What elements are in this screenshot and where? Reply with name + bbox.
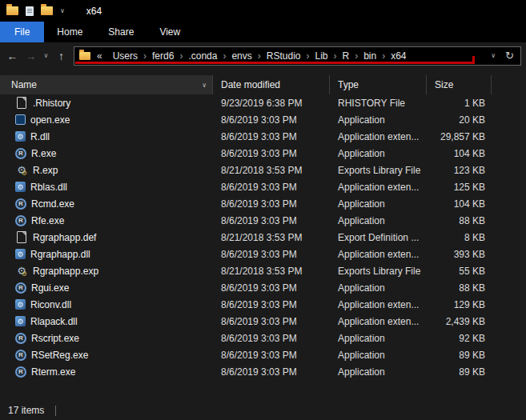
file-row[interactable]: Rgui.exe 8/6/2019 3:03 PM Application 88…: [0, 279, 526, 296]
file-name: R.exe: [31, 148, 56, 159]
r-logo-icon: [15, 350, 26, 361]
chevron-down-icon[interactable]: ∨: [202, 82, 207, 89]
status-bar: 17 items: [0, 401, 526, 420]
file-row[interactable]: open.exe 8/6/2019 3:03 PM Application 20…: [0, 111, 526, 128]
dll-icon: [15, 299, 26, 310]
file-size: 129 KB: [427, 296, 492, 313]
column-header-date-modified[interactable]: Date modified: [213, 75, 330, 94]
file-date-modified: 9/23/2019 6:38 PM: [213, 94, 330, 111]
file-row[interactable]: Rgraphapp.dll 8/6/2019 3:03 PM Applicati…: [0, 246, 526, 262]
new-folder-icon[interactable]: [41, 6, 53, 15]
breadcrumb-segment[interactable]: envs: [226, 50, 257, 62]
r-logo-icon: [15, 366, 26, 378]
item-count: 17 items: [8, 405, 44, 416]
column-header-type[interactable]: Type: [330, 75, 427, 94]
file-name: Rterm.exe: [31, 366, 75, 378]
breadcrumb-segment[interactable]: bin: [358, 50, 382, 62]
breadcrumb-segment[interactable]: x64: [385, 50, 412, 62]
file-name: Rblas.dll: [30, 182, 67, 193]
breadcrumb-overflow-icon[interactable]: «: [97, 50, 102, 62]
file-row[interactable]: Rgraphapp.def 8/21/2018 3:53 PM Export D…: [0, 229, 526, 246]
console-icon: [15, 114, 26, 125]
tab-share[interactable]: Share: [95, 22, 147, 42]
qat-dropdown-icon[interactable]: ∨: [60, 8, 65, 14]
file-name-cell: Rscript.exe: [0, 330, 213, 346]
tab-file[interactable]: File: [0, 22, 44, 42]
breadcrumb-segment[interactable]: .conda: [183, 50, 223, 62]
file-name-cell: Rblas.dll: [0, 178, 213, 195]
annotation-red-underline: [75, 62, 475, 64]
file-row[interactable]: RSetReg.exe 8/6/2019 3:03 PM Application…: [0, 346, 526, 363]
file-type: Exports Library File: [330, 162, 427, 178]
file-row[interactable]: Rblas.dll 8/6/2019 3:03 PM Application e…: [0, 178, 526, 195]
ribbon-tab-bar: File Home Share View: [0, 22, 526, 42]
window-title: x64: [86, 6, 102, 17]
file-name: Rcmd.exe: [31, 198, 74, 210]
file-row[interactable]: R.exp 8/21/2018 3:53 PM Exports Library …: [0, 162, 526, 178]
file-row[interactable]: Rfe.exe 8/6/2019 3:03 PM Application 88 …: [0, 212, 526, 229]
file-date-modified: 8/6/2019 3:03 PM: [213, 145, 330, 162]
file-name: open.exe: [30, 114, 70, 126]
gears-icon: [15, 164, 28, 177]
file-row[interactable]: Rterm.exe 8/6/2019 3:03 PM Application 8…: [0, 363, 526, 380]
recent-locations-icon[interactable]: ∨: [40, 47, 52, 65]
file-date-modified: 8/6/2019 3:03 PM: [213, 111, 330, 128]
column-header-size[interactable]: Size: [427, 75, 492, 94]
forward-icon[interactable]: →: [22, 47, 40, 65]
file-row[interactable]: .Rhistory 9/23/2019 6:38 PM RHISTORY Fil…: [0, 94, 526, 111]
tab-home[interactable]: Home: [44, 22, 95, 42]
file-date-modified: 8/21/2018 3:53 PM: [213, 162, 330, 178]
gears-icon: [15, 265, 28, 278]
file-name-cell: Rgraphapp.def: [0, 229, 213, 246]
titlebar: ∨ x64: [0, 0, 526, 22]
file-date-modified: 8/6/2019 3:03 PM: [213, 279, 330, 296]
file-name-cell: Rcmd.exe: [0, 195, 213, 212]
r-logo-icon: [15, 148, 26, 159]
file-date-modified: 8/6/2019 3:03 PM: [213, 296, 330, 313]
address-dropdown-icon[interactable]: ∨: [484, 52, 502, 59]
file-name: Rgraphapp.exp: [33, 266, 98, 277]
document-icon: [15, 231, 28, 244]
address-bar[interactable]: « Users›ferd6›.conda›envs›RStudio›Lib›R›…: [74, 46, 521, 66]
column-label-name: Name: [11, 79, 37, 90]
file-row[interactable]: Rcmd.exe 8/6/2019 3:03 PM Application 10…: [0, 195, 526, 212]
back-icon[interactable]: ←: [3, 47, 22, 65]
breadcrumb-segment[interactable]: ferd6: [147, 50, 179, 62]
breadcrumb-segment[interactable]: RStudio: [261, 50, 307, 62]
file-date-modified: 8/6/2019 3:03 PM: [213, 178, 330, 195]
file-name: R.exp: [33, 165, 58, 176]
file-name: .Rhistory: [33, 98, 70, 109]
file-date-modified: 8/6/2019 3:03 PM: [213, 330, 330, 346]
breadcrumb-segment[interactable]: R: [337, 50, 355, 62]
file-row[interactable]: Rscript.exe 8/6/2019 3:03 PM Application…: [0, 330, 526, 346]
file-size: 2,439 KB: [427, 313, 492, 330]
breadcrumb-segment[interactable]: Users: [107, 50, 143, 62]
file-name-cell: .Rhistory: [0, 94, 213, 111]
dll-icon: [15, 131, 26, 142]
file-row[interactable]: Rlapack.dll 8/6/2019 3:03 PM Application…: [0, 313, 526, 330]
file-size: 89 KB: [427, 346, 492, 363]
file-type: Exports Library File: [330, 262, 427, 279]
file-name-cell: Rlapack.dll: [0, 313, 213, 330]
column-header-name[interactable]: Name ∨: [0, 75, 213, 94]
file-type: Application exten...: [330, 128, 427, 145]
file-date-modified: 8/6/2019 3:03 PM: [213, 346, 330, 363]
file-name-cell: R.dll: [0, 128, 213, 145]
file-type: Application exten...: [330, 313, 427, 330]
file-row[interactable]: Rgraphapp.exp 8/21/2018 3:53 PM Exports …: [0, 262, 526, 279]
tab-view[interactable]: View: [147, 22, 193, 42]
file-name: Riconv.dll: [30, 299, 71, 310]
file-row[interactable]: R.dll 8/6/2019 3:03 PM Application exten…: [0, 128, 526, 145]
column-label-date-modified: Date modified: [221, 79, 280, 90]
refresh-icon[interactable]: ↻: [502, 50, 517, 62]
file-name: Rgraphapp.def: [33, 232, 96, 243]
r-logo-icon: [15, 333, 26, 344]
file-row[interactable]: Riconv.dll 8/6/2019 3:03 PM Application …: [0, 296, 526, 313]
file-name: Rgraphapp.dll: [30, 249, 90, 260]
file-row[interactable]: R.exe 8/6/2019 3:03 PM Application 104 K…: [0, 145, 526, 162]
file-name-cell: R.exe: [0, 145, 213, 162]
breadcrumb-segment[interactable]: Lib: [309, 50, 333, 62]
file-name: R.dll: [30, 131, 50, 142]
up-icon[interactable]: ↑: [52, 47, 70, 65]
properties-icon[interactable]: [26, 6, 34, 16]
